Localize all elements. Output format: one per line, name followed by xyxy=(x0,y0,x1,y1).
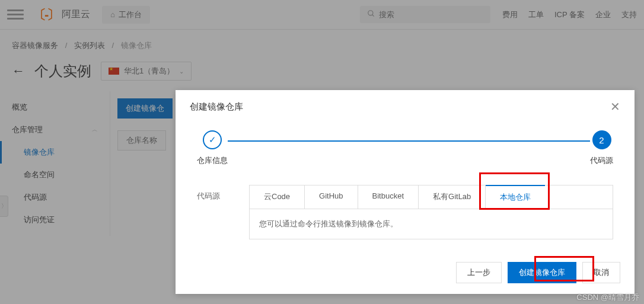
modal-header: 创建镜像仓库 ✕ xyxy=(176,90,635,123)
modal-title: 创建镜像仓库 xyxy=(190,101,243,113)
submit-button[interactable]: 创建镜像仓库 xyxy=(508,262,576,283)
tab-content: 您可以通过命令行推送镜像到镜像仓库。 xyxy=(249,209,613,239)
tab-gitlab[interactable]: 私有GitLab xyxy=(419,185,486,209)
steps: ✓ 仓库信息 2 代码源 xyxy=(176,123,635,173)
form-content: 云Code GitHub Bitbucket 私有GitLab 本地仓库 您可以… xyxy=(249,185,613,239)
step-connector xyxy=(228,140,590,142)
modal-create-repo: 创建镜像仓库 ✕ ✓ 仓库信息 2 代码源 代码源 云Code GitHub B… xyxy=(176,90,635,294)
tab-cloudcode[interactable]: 云Code xyxy=(250,185,305,209)
modal-footer: 上一步 创建镜像仓库 取消 xyxy=(456,262,620,283)
step-2-circle: 2 xyxy=(592,130,611,149)
source-tabs: 云Code GitHub Bitbucket 私有GitLab 本地仓库 xyxy=(249,185,613,209)
close-icon[interactable]: ✕ xyxy=(610,100,620,114)
tab-bitbucket[interactable]: Bitbucket xyxy=(358,185,419,209)
step-1: ✓ 仓库信息 xyxy=(197,130,228,166)
cancel-button[interactable]: 取消 xyxy=(582,262,620,283)
tab-github[interactable]: GitHub xyxy=(305,185,358,209)
step-2-label: 代码源 xyxy=(590,155,613,166)
step-2: 2 代码源 xyxy=(590,130,613,166)
step-1-label: 仓库信息 xyxy=(197,155,228,166)
tab-local[interactable]: 本地仓库 xyxy=(486,185,545,209)
form-label-source: 代码源 xyxy=(197,185,232,201)
watermark: CSDN @晴雪月乔 xyxy=(576,292,639,303)
step-done-icon: ✓ xyxy=(203,130,222,149)
form-row-source: 代码源 云Code GitHub Bitbucket 私有GitLab 本地仓库… xyxy=(176,173,635,251)
prev-button[interactable]: 上一步 xyxy=(456,262,502,283)
